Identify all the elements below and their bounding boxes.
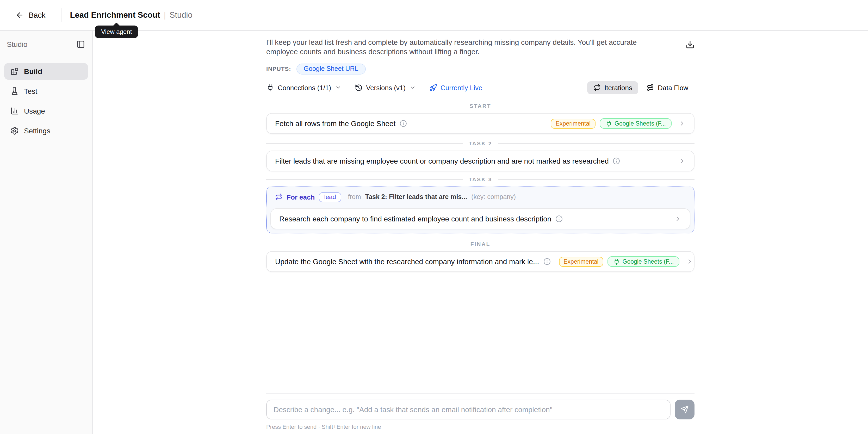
plug-icon (605, 120, 612, 127)
task-title: Update the Google Sheet with the researc… (275, 257, 539, 266)
iterations-tab[interactable]: Iterations (587, 81, 639, 94)
google-sheets-badge[interactable]: Google Sheets (F... (608, 256, 680, 267)
view-agent-tooltip: View agent (95, 26, 138, 38)
sidebar-item-label: Usage (24, 107, 45, 115)
arrow-left-icon (16, 11, 24, 19)
send-icon (680, 405, 689, 414)
send-button[interactable] (675, 400, 694, 420)
sidebar-title: Studio (7, 40, 27, 49)
back-button[interactable]: Back (16, 11, 45, 19)
input-chip-google-sheet-url[interactable]: Google Sheet URL (297, 63, 366, 74)
experimental-badge: Experimental (559, 257, 603, 267)
section-label-task3: TASK 3 (266, 176, 694, 183)
studio-app: Back Lead Enrichment Scout | Studio View… (0, 0, 868, 434)
divider-line (496, 244, 694, 244)
download-icon (686, 40, 694, 49)
chevron-right-icon[interactable] (686, 258, 693, 265)
sidebar-item-usage[interactable]: Usage (4, 103, 88, 119)
sidebar-item-label: Build (24, 67, 42, 75)
chevron-right-icon[interactable] (678, 157, 686, 165)
for-each-header: For each lead from Task 2: Filter leads … (270, 190, 690, 204)
page-title: Lead Enrichment Scout (70, 10, 160, 20)
chevron-right-icon[interactable] (674, 215, 681, 222)
sidebar-item-label: Test (24, 87, 37, 95)
task-card-task2[interactable]: Filter leads that are missing employee c… (266, 151, 694, 172)
toolbar-left-group: Connections (1/1) Versions (v1) Currentl… (266, 84, 482, 91)
task-title: Research each company to find estimated … (279, 215, 551, 223)
divider-line (266, 105, 464, 106)
history-icon (354, 84, 362, 91)
data-flow-label: Data Flow (658, 84, 688, 91)
divider-line (498, 143, 694, 144)
info-icon[interactable] (613, 157, 620, 165)
versions-dropdown[interactable]: Versions (v1) (354, 84, 415, 91)
google-sheets-badge[interactable]: Google Sheets (F... (599, 118, 672, 129)
section-label-text: FINAL (470, 241, 491, 247)
loop-source-label: Task 2: Filter leads that are mis... (365, 193, 467, 200)
google-sheets-badge-label: Google Sheets (F... (615, 120, 666, 127)
section-label-final: FINAL (266, 240, 694, 247)
sidebar-item-settings[interactable]: Settings (4, 122, 88, 139)
flask-icon (10, 87, 19, 95)
experimental-badge: Experimental (551, 119, 595, 128)
google-sheets-badge-label: Google Sheets (F... (623, 258, 674, 265)
sidebar-item-test[interactable]: Test (4, 83, 88, 99)
content-column: I'll keep your lead list fresh and compl… (266, 31, 694, 272)
loop-key-label: (key: company) (471, 193, 516, 200)
currently-live-indicator[interactable]: Currently Live (429, 84, 482, 91)
agent-description: I'll keep your lead list fresh and compl… (266, 37, 666, 56)
route-icon (647, 84, 654, 91)
agent-description-row: I'll keep your lead list fresh and compl… (266, 37, 694, 56)
rocket-icon (429, 84, 437, 91)
plug-icon (613, 258, 620, 265)
sidebar-header: Studio (0, 31, 92, 58)
inputs-row: INPUTS: Google Sheet URL (266, 64, 694, 74)
workflow-toolbar: Connections (1/1) Versions (v1) Currentl… (266, 80, 694, 95)
composer-hint: Press Enter to send · Shift+Enter for ne… (266, 424, 694, 430)
task-card-final[interactable]: Update the Google Sheet with the researc… (266, 251, 694, 272)
info-icon[interactable] (543, 258, 551, 265)
bar-chart-icon (10, 107, 19, 115)
toolbar-right-group: Iterations Data Flow (587, 81, 694, 94)
task-card-start[interactable]: Fetch all rows from the Google Sheet Exp… (266, 113, 694, 134)
composer-row (266, 400, 694, 420)
sidebar: Studio Build Test Usage Settings (0, 31, 93, 434)
repeat-icon (593, 84, 601, 91)
divider-line (498, 179, 694, 180)
main-area: I'll keep your lead list fresh and compl… (93, 31, 868, 434)
title-separator: | (164, 10, 166, 20)
download-button[interactable] (686, 40, 694, 49)
sidebar-item-build[interactable]: Build (4, 63, 88, 80)
chevron-down-icon (409, 84, 415, 91)
info-icon[interactable] (555, 215, 563, 222)
info-icon[interactable] (400, 120, 407, 127)
for-each-loop-container: For each lead from Task 2: Filter leads … (266, 186, 694, 234)
section-label-start: START (266, 102, 694, 110)
currently-live-label: Currently Live (440, 84, 482, 91)
data-flow-tab[interactable]: Data Flow (641, 81, 694, 94)
connections-label: Connections (1/1) (278, 84, 331, 91)
connections-dropdown[interactable]: Connections (1/1) (266, 84, 341, 91)
divider-line (266, 143, 463, 144)
chevron-down-icon (335, 84, 341, 91)
panel-left-icon (76, 40, 85, 49)
composer-inner: Press Enter to send · Shift+Enter for ne… (266, 393, 694, 434)
section-label-text: START (469, 103, 491, 109)
inputs-label: INPUTS: (266, 66, 291, 72)
task-title: Fetch all rows from the Google Sheet (275, 119, 396, 128)
page-subtitle: Studio (169, 10, 192, 20)
divider-line (497, 105, 694, 106)
collapse-sidebar-button[interactable] (76, 40, 85, 49)
chevron-right-icon[interactable] (678, 120, 686, 127)
loop-from-label: from (348, 193, 361, 200)
repeat-icon (275, 193, 282, 200)
change-request-input[interactable] (266, 400, 671, 420)
iterations-label: Iterations (604, 84, 632, 91)
divider-line (266, 179, 463, 180)
section-label-task2: TASK 2 (266, 140, 694, 147)
section-label-text: TASK 3 (469, 176, 492, 182)
task-card-task3[interactable]: Research each company to find estimated … (270, 208, 690, 229)
loop-variable-chip[interactable]: lead (319, 192, 341, 202)
for-each-label: For each (286, 193, 315, 201)
sidebar-item-label: Settings (24, 127, 50, 135)
